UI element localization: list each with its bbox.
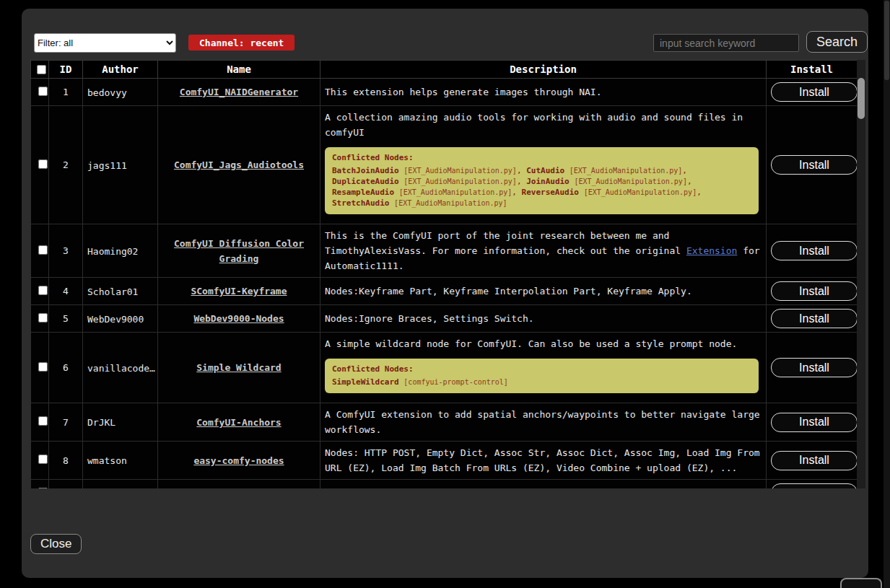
row-description: A simple wildcard node for ComfyUI. Can … (320, 333, 767, 403)
row-checkbox[interactable] (38, 488, 48, 489)
background-button-fragment (840, 578, 882, 588)
description-text: Nodes:Keyframe Part, Keyframe Interpolat… (325, 284, 762, 299)
install-button[interactable]: Install (771, 155, 858, 175)
node-name-link[interactable]: SComfyUI-Keyframe (191, 286, 287, 297)
row-checkbox[interactable] (38, 362, 48, 372)
conflict-node-name: BatchJoinAudio (332, 166, 399, 175)
row-checkbox[interactable] (38, 416, 48, 426)
row-install-cell: Install (767, 442, 858, 480)
row-name: ComfyUI-Anchors (158, 403, 320, 442)
page-scrollbar[interactable] (884, 0, 890, 588)
row-author-text: DrJKL (87, 415, 115, 430)
table-body: 1bedovyyComfyUI_NAIDGeneratorThis extens… (31, 79, 858, 489)
row-author: Haoming02 (83, 224, 158, 278)
custom-nodes-dialog: Filter: all Channel: recent Search ID Au… (22, 9, 868, 578)
node-name-link[interactable]: easy-comfy-nodes (193, 455, 284, 466)
row-select-cell (31, 224, 49, 278)
row-description: Nodes: ComfyUI Mexx Styler, ComfyUI Mexx… (320, 480, 767, 489)
node-name-link[interactable]: ComfyUI_Jags_Audiotools (174, 159, 304, 170)
description-text: A ComfyUI extension to add spatial ancho… (325, 407, 762, 437)
row-author-text: WebDev9000 (87, 312, 144, 327)
node-name-link[interactable]: ComfyUI-Anchors (196, 417, 281, 428)
install-button[interactable]: Install (771, 241, 858, 260)
table-scrollbar-thumb[interactable] (858, 78, 865, 119)
row-checkbox[interactable] (38, 455, 48, 464)
table-row: 5WebDev9000WebDev9000-NodesNodes:Ignore … (31, 305, 858, 333)
conflict-node-name: SimpleWildcard (332, 377, 399, 387)
row-id: 6 (49, 333, 83, 403)
conflict-title: Conflicted Nodes: (332, 364, 751, 374)
row-install-cell: Install (767, 79, 858, 106)
row-author: Scholar01 (83, 278, 158, 305)
description-text: Nodes: ComfyUI Mexx Styler, ComfyUI Mexx… (325, 486, 762, 488)
header-install: Install (767, 61, 858, 79)
row-checkbox[interactable] (38, 87, 48, 96)
conflict-node-source: [EXT_AudioManipulation.py] (403, 167, 517, 175)
table-scrollbar[interactable] (857, 60, 865, 488)
conflict-list: BatchJoinAudio [EXT_AudioManipulation.py… (332, 165, 751, 209)
row-install-cell: Install (767, 480, 858, 489)
conflict-node-source: [comfyui-prompt-control] (403, 378, 508, 386)
conflict-node-name: ResampleAudio (332, 188, 394, 197)
close-button[interactable]: Close (30, 534, 82, 554)
row-id: 5 (49, 305, 83, 333)
filter-select[interactable]: Filter: all (34, 33, 176, 53)
node-name-link[interactable]: Simple Wildcard (196, 362, 281, 373)
page-scrollbar-thumb[interactable] (884, 1, 889, 80)
search-button[interactable]: Search (806, 31, 868, 53)
row-checkbox[interactable] (38, 159, 48, 169)
header-description: Description (320, 61, 767, 79)
row-checkbox[interactable] (38, 313, 48, 322)
row-id: 4 (49, 278, 83, 305)
row-description: This extension helps generate images thr… (320, 79, 767, 106)
conflict-box: Conflicted Nodes:SimpleWildcard [comfyui… (325, 359, 759, 393)
conflict-node-name: DuplicateAudio (332, 177, 399, 186)
description-text: This is the ComfyUI port of the joint re… (325, 228, 762, 273)
node-name-link[interactable]: ComfyUI_NAIDGenerator (180, 87, 298, 97)
row-select-cell (31, 442, 49, 480)
row-id: 3 (49, 224, 83, 278)
select-all-checkbox[interactable] (37, 65, 46, 74)
conflict-node-source: [EXT_AudioManipulation.py] (570, 167, 683, 175)
row-description: Nodes:Ignore Braces, Settings Switch. (320, 305, 767, 333)
row-author: wmatson (83, 442, 158, 480)
conflict-node-source: [EXT_AudioManipulation.py] (399, 188, 512, 196)
conflict-node-name: CutAudio (526, 166, 564, 175)
conflict-list: SimpleWildcard [comfyui-prompt-control] (332, 377, 751, 387)
install-button[interactable]: Install (771, 281, 858, 301)
row-name: ComfyUI_NAIDGenerator (158, 79, 320, 106)
table-row: 1bedovyyComfyUI_NAIDGeneratorThis extens… (31, 79, 858, 106)
row-id: 8 (49, 442, 83, 480)
table-header: ID Author Name Description Install (31, 61, 858, 79)
table-row: 2jags111ComfyUI_Jags_AudiotoolsA collect… (31, 106, 858, 224)
row-select-cell (31, 403, 49, 442)
node-name-link[interactable]: ComfyUI Diffusion Color Grading (174, 238, 304, 264)
nodes-table: ID Author Name Description Install 1bedo… (30, 60, 858, 488)
table-row: 7DrJKLComfyUI-AnchorsA ComfyUI extension… (31, 403, 858, 442)
install-button[interactable]: Install (771, 451, 858, 470)
conflict-node-name: StretchAudio (332, 198, 389, 208)
node-name-link[interactable]: ComfyUI_Mexx_Styler (186, 488, 293, 488)
row-author: bedovyy (83, 79, 158, 106)
search-input[interactable] (653, 34, 799, 52)
description-text: A simple wildcard node for ComfyUI. Can … (325, 336, 762, 351)
install-button[interactable]: Install (771, 413, 858, 432)
row-checkbox[interactable] (38, 245, 48, 255)
node-name-link[interactable]: WebDev9000-Nodes (193, 313, 284, 324)
install-button[interactable]: Install (771, 82, 858, 102)
install-button[interactable]: Install (771, 358, 858, 377)
row-checkbox[interactable] (38, 286, 48, 295)
row-description: This is the ComfyUI port of the joint re… (320, 224, 767, 278)
row-author: jags111 (83, 106, 158, 224)
table-row: 6vanillacode314Simple WildcardA simple w… (31, 333, 858, 403)
install-button[interactable]: Install (771, 309, 858, 328)
row-name: ComfyUI_Mexx_Styler (158, 480, 320, 489)
row-author-text: SoftMeng (87, 486, 133, 489)
conflict-node-source: [EXT_AudioManipulation.py] (574, 177, 687, 185)
nodes-table-container: ID Author Name Description Install 1bedo… (30, 60, 865, 488)
row-author-text: vanillacode314 (87, 361, 157, 376)
conflict-node-source: [EXT_AudioManipulation.py] (403, 177, 517, 185)
install-button[interactable]: Install (771, 483, 858, 488)
description-link[interactable]: Extension (686, 245, 737, 256)
conflict-box: Conflicted Nodes:BatchJoinAudio [EXT_Aud… (325, 147, 759, 214)
